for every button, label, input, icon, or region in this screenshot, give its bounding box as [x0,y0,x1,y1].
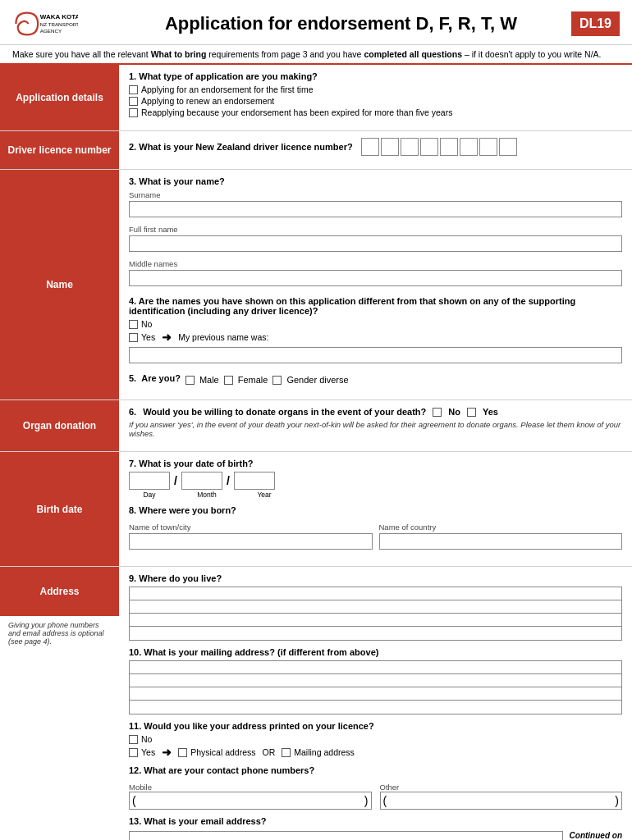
q10-line-3[interactable] [130,687,621,701]
first-name-input[interactable] [129,235,622,252]
logo-area: WAKA KOTAHI NZ TRANSPORT AGENCY [12,8,111,39]
address-label: Address [0,567,119,616]
q11-checkbox-mailing[interactable] [282,748,291,757]
address-section: Address Giving your phone numbers and em… [0,567,632,840]
name-content: 3. What is your name? Surname Full first… [119,170,632,399]
q11-physical-label: Physical address [190,747,255,757]
q5-checkbox-female[interactable] [224,376,233,385]
application-details-content: 1. What type of application are you maki… [119,65,632,130]
q1-checkbox-2[interactable] [129,97,138,106]
birth-date-content: 7. What is your date of birth? / / Day M… [119,452,632,566]
licence-box-1[interactable] [361,138,379,156]
q4-number: 4. [129,296,136,306]
q13-title: 13. What is your email address? [129,816,563,826]
q8-number: 8. [129,505,136,515]
q1-text: What type of application are you making? [139,71,318,81]
licence-box-7[interactable] [479,138,497,156]
dob-day-input[interactable] [129,472,170,490]
q4-checkbox-yes[interactable] [129,333,138,342]
q1-label-1: Applying for an endorsement for the firs… [141,84,314,94]
q6-no-label: No [448,407,460,417]
q10-number: 10. [129,647,141,657]
middle-names-label: Middle names [129,259,622,268]
q10-line-2[interactable] [130,674,621,687]
licence-box-3[interactable] [401,138,419,156]
address-left-panel: Address Giving your phone numbers and em… [0,567,119,840]
licence-number-boxes [361,138,517,156]
country-label: Name of country [379,523,623,532]
q8-col-1: Name of town/city [129,518,373,553]
q10-text: What is your mailing address? [144,647,275,657]
q6-checkbox-yes[interactable] [467,408,476,417]
driver-licence-label: Driver licence number [0,131,119,169]
q11-text: Would you like your address printed on y… [144,721,373,731]
q9-line-3[interactable] [130,614,621,627]
q6-number: 6. [129,407,136,417]
q6-checkbox-no[interactable] [433,408,442,417]
licence-box-2[interactable] [381,138,399,156]
q4-title: 4. Are the names you have shown on this … [129,296,622,316]
q4-checkbox-no[interactable] [129,320,138,329]
q9-title: 9. Where do you live? [129,573,622,583]
country-input[interactable] [379,533,623,550]
driver-licence-content: 2. What is your New Zealand driver licen… [119,131,632,169]
q10-line-1[interactable] [130,661,621,674]
mobile-label: Mobile [129,783,372,792]
dob-month-input[interactable] [181,472,222,490]
middle-names-input[interactable] [129,270,622,286]
q1-label-2: Applying to renew an endorsement [141,96,274,106]
q4-yes-row: Yes ➜ My previous name was: [129,331,622,344]
previous-name-input[interactable] [129,347,622,363]
continued-note: Continued on next page [570,831,622,840]
email-input[interactable] [129,831,563,840]
q10-suffix: (if different from above) [275,647,379,657]
surname-input[interactable] [129,201,622,217]
driver-licence-section: Driver licence number 2. What is your Ne… [0,131,632,170]
question-1: 1. What type of application are you maki… [129,71,622,117]
svg-text:WAKA KOTAHI: WAKA KOTAHI [40,13,78,21]
other-input-container: ( ) [380,792,623,810]
svg-text:AGENCY: AGENCY [40,28,62,34]
licence-box-4[interactable] [420,138,438,156]
q13-number: 13. [129,816,141,826]
birth-date-section: Birth date 7. What is your date of birth… [0,452,632,567]
q1-checkbox-1[interactable] [129,85,138,94]
licence-box-8[interactable] [499,138,517,156]
q7-title: 7. What is your date of birth? [129,459,622,468]
q12-title: 12. What are your contact phone numbers? [129,765,622,775]
q9-line-2[interactable] [130,600,621,614]
question-5: 5. Are you? Male Female Gender diverse [129,373,622,386]
mobile-paren-close: ) [364,794,369,807]
q11-checkbox-no[interactable] [129,735,138,744]
licence-box-5[interactable] [440,138,458,156]
dob-year-input[interactable] [234,472,275,490]
other-phone-input[interactable] [387,793,615,808]
q11-mailing-label: Mailing address [294,747,355,757]
q9-address-box [129,587,622,641]
svg-text:NZ TRANSPORT: NZ TRANSPORT [40,21,78,27]
q11-checkbox-physical[interactable] [178,748,187,757]
organ-note: If you answer 'yes', in the event of you… [129,420,622,438]
q5-female-label: Female [238,375,268,385]
address-content: 9. Where do you live? 10. What is your m… [119,567,632,840]
q5-checkbox-male[interactable] [185,376,195,385]
q11-yes-label: Yes [141,747,155,757]
q12-other-col: Other ( ) [380,778,623,810]
q9-line-4[interactable] [130,627,621,640]
q1-checkbox-3[interactable] [129,108,138,117]
question-3: 3. What is your name? Surname Full first… [129,176,622,290]
mobile-input[interactable] [136,793,364,808]
q2-text: What is your New Zealand driver licence … [139,142,352,152]
application-details-label: Application details [0,65,119,130]
licence-box-6[interactable] [460,138,478,156]
q5-text: Are you? [141,373,181,383]
q5-checkbox-gender-diverse[interactable] [272,376,282,385]
q11-checkbox-yes[interactable] [129,748,138,757]
q9-line-1[interactable] [130,587,621,600]
town-input[interactable] [129,533,373,550]
q10-line-4[interactable] [130,701,621,714]
q8-fields: Name of town/city Name of country [129,518,622,553]
question-12: 12. What are your contact phone numbers?… [129,765,622,810]
q7-number: 7. [129,459,136,468]
q6-title-row: 6. Would you be willing to donate organs… [129,407,622,417]
